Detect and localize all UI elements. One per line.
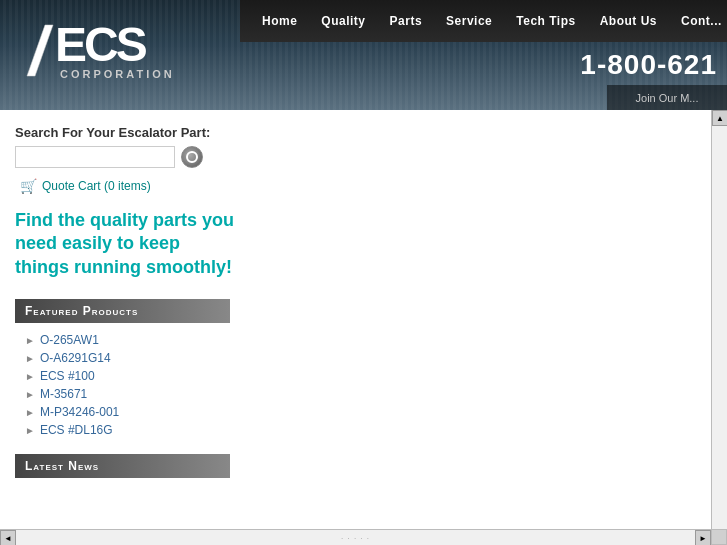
product-link[interactable]: M-35671 xyxy=(40,387,87,401)
list-item[interactable]: ► M-P34246-001 xyxy=(25,403,696,421)
phone-bar: 1-800-621 xyxy=(240,42,727,87)
latest-news-section: Latest News xyxy=(15,454,696,478)
phone-number: 1-800-621 xyxy=(580,49,717,81)
product-link[interactable]: M-P34246-001 xyxy=(40,405,119,419)
cart-row: 🛒 Quote Cart (0 items) xyxy=(15,178,696,194)
featured-products-section: Featured Products ► O-265AW1 ► O-A6291G1… xyxy=(15,299,696,439)
arrow-icon: ► xyxy=(25,335,35,346)
join-label: Join Our M... xyxy=(636,92,699,104)
product-link[interactable]: O-A6291G14 xyxy=(40,351,111,365)
featured-products-header: Featured Products xyxy=(15,299,230,323)
scrollbar-horizontal[interactable]: ◄ · · · · · ► xyxy=(0,529,711,545)
nav-tech-tips[interactable]: Tech Tips xyxy=(504,14,587,28)
tagline: Find the quality parts you need easily t… xyxy=(15,209,235,279)
nav-home[interactable]: Home xyxy=(250,14,309,28)
scroll-dots: · · · · · xyxy=(341,533,370,542)
scrollbar-corner xyxy=(711,529,727,545)
search-row xyxy=(15,146,696,168)
product-list: ► O-265AW1 ► O-A6291G14 ► ECS #100 ► M-3… xyxy=(15,331,696,439)
cart-link[interactable]: Quote Cart (0 items) xyxy=(42,179,151,193)
list-item[interactable]: ► O-A6291G14 xyxy=(25,349,696,367)
cart-icon: 🛒 xyxy=(20,178,37,194)
nav-parts[interactable]: Parts xyxy=(378,14,435,28)
main-content: Search For Your Escalator Part: 🛒 Quote … xyxy=(0,110,711,529)
list-item[interactable]: ► ECS #100 xyxy=(25,367,696,385)
arrow-icon: ► xyxy=(25,407,35,418)
product-link[interactable]: O-265AW1 xyxy=(40,333,99,347)
svg-marker-0 xyxy=(27,25,53,76)
scroll-left-button[interactable]: ◄ xyxy=(0,530,16,545)
nav-contact[interactable]: Cont... xyxy=(669,14,727,28)
nav-about-us[interactable]: About Us xyxy=(588,14,669,28)
header: Home Quality Parts Service Tech Tips Abo… xyxy=(0,0,727,110)
search-button[interactable] xyxy=(181,146,203,168)
latest-news-header: Latest News xyxy=(15,454,230,478)
scroll-track-vertical[interactable] xyxy=(712,126,727,529)
logo-slash-icon xyxy=(25,23,55,78)
product-link[interactable]: ECS #DL16G xyxy=(40,423,113,437)
list-item[interactable]: ► O-265AW1 xyxy=(25,331,696,349)
scroll-up-button[interactable]: ▲ xyxy=(712,110,727,126)
nav-service[interactable]: Service xyxy=(434,14,504,28)
arrow-icon: ► xyxy=(25,353,35,364)
arrow-icon: ► xyxy=(25,371,35,382)
join-button[interactable]: Join Our M... xyxy=(607,85,727,110)
list-item[interactable]: ► ECS #DL16G xyxy=(25,421,696,439)
logo-area: ECS CORPORATION xyxy=(0,0,240,110)
search-label: Search For Your Escalator Part: xyxy=(15,125,696,140)
search-input[interactable] xyxy=(15,146,175,168)
navbar: Home Quality Parts Service Tech Tips Abo… xyxy=(240,0,727,42)
search-section: Search For Your Escalator Part: xyxy=(15,125,696,168)
scroll-track-horizontal[interactable]: · · · · · xyxy=(16,530,695,545)
product-link[interactable]: ECS #100 xyxy=(40,369,95,383)
logo-text: ECS xyxy=(55,21,145,69)
arrow-icon: ► xyxy=(25,389,35,400)
nav-quality[interactable]: Quality xyxy=(309,14,377,28)
scrollbar-vertical[interactable]: ▲ ▼ xyxy=(711,110,727,545)
arrow-icon: ► xyxy=(25,425,35,436)
logo-box: ECS CORPORATION xyxy=(25,18,215,93)
list-item[interactable]: ► M-35671 xyxy=(25,385,696,403)
scroll-right-button[interactable]: ► xyxy=(695,530,711,545)
